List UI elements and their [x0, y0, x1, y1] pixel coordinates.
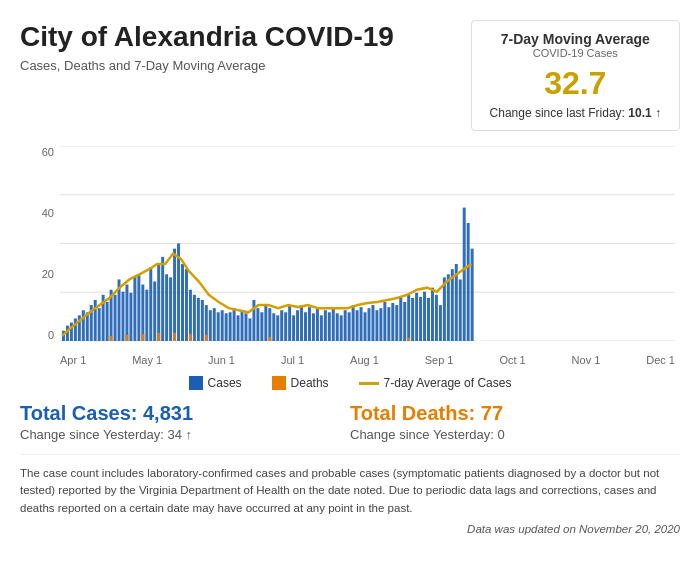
svg-rect-78	[352, 305, 355, 341]
svg-rect-18	[114, 295, 117, 341]
svg-rect-23	[133, 276, 136, 341]
svg-rect-116	[268, 337, 271, 341]
svg-rect-24	[137, 274, 140, 341]
svg-rect-45	[221, 310, 224, 341]
svg-rect-40	[201, 300, 204, 341]
x-axis: Apr 1 May 1 Jun 1 Jul 1 Aug 1 Sep 1 Oct …	[60, 354, 675, 366]
svg-rect-44	[217, 312, 220, 341]
avg-value: 32.7	[490, 65, 661, 102]
total-cases: Total Cases: 4,831	[20, 402, 350, 425]
svg-rect-68	[312, 313, 315, 341]
svg-rect-16	[106, 302, 109, 341]
svg-rect-85	[379, 308, 382, 341]
chart-area	[60, 146, 675, 341]
svg-rect-56	[264, 305, 267, 341]
svg-rect-95	[419, 297, 422, 341]
page-subtitle: Cases, Deaths and 7-Day Moving Average	[20, 58, 394, 73]
svg-rect-55	[260, 312, 263, 341]
svg-rect-110	[125, 335, 128, 341]
svg-rect-100	[439, 305, 442, 341]
svg-rect-105	[459, 279, 462, 341]
page-title: City of Alexandria COVID-19	[20, 20, 394, 54]
svg-rect-29	[157, 264, 160, 341]
svg-rect-88	[391, 303, 394, 341]
svg-rect-61	[284, 312, 287, 341]
svg-rect-113	[173, 333, 176, 341]
svg-rect-91	[403, 302, 406, 341]
svg-rect-21	[125, 285, 128, 341]
cases-stat: Total Cases: 4,831 Change since Yesterda…	[20, 402, 350, 442]
svg-rect-59	[276, 315, 279, 341]
svg-rect-47	[229, 312, 232, 341]
svg-rect-33	[173, 249, 176, 341]
svg-rect-76	[344, 310, 347, 341]
chart-legend: Cases Deaths 7-day Average of Cases	[20, 376, 680, 390]
box-subtitle: COVID-19 Cases	[490, 47, 661, 59]
x-label-jun: Jun 1	[208, 354, 235, 366]
svg-rect-115	[205, 335, 208, 341]
svg-rect-109	[110, 336, 113, 341]
moving-avg-box: 7-Day Moving Average COVID-19 Cases 32.7…	[471, 20, 680, 131]
deaths-change: Change since Yesterday: 0	[350, 427, 680, 442]
svg-rect-90	[399, 298, 402, 341]
svg-rect-43	[213, 308, 216, 341]
svg-rect-114	[189, 334, 192, 341]
svg-rect-14	[98, 308, 101, 341]
svg-rect-111	[141, 334, 144, 341]
chart-svg	[60, 146, 675, 341]
x-label-dec: Dec 1	[646, 354, 675, 366]
chart-container: 60 40 20 0	[20, 141, 680, 371]
svg-rect-87	[387, 307, 390, 341]
avg-legend-line	[359, 382, 379, 385]
svg-rect-66	[304, 312, 307, 341]
svg-rect-67	[308, 307, 311, 341]
svg-rect-102	[447, 274, 450, 341]
cases-change: Change since Yesterday: 34 ↑	[20, 427, 350, 442]
svg-rect-84	[375, 310, 378, 341]
x-label-may: May 1	[132, 354, 162, 366]
deaths-legend-label: Deaths	[291, 376, 329, 390]
svg-rect-25	[141, 285, 144, 341]
svg-rect-74	[336, 313, 339, 341]
svg-rect-65	[300, 305, 303, 341]
svg-rect-71	[324, 310, 327, 341]
svg-rect-79	[356, 310, 359, 341]
svg-rect-42	[209, 310, 212, 341]
legend-cases: Cases	[189, 376, 242, 390]
update-line: Data was updated on November 20, 2020	[20, 523, 680, 535]
svg-rect-80	[360, 307, 363, 341]
svg-rect-82	[368, 308, 371, 341]
x-label-sep: Sep 1	[425, 354, 454, 366]
svg-rect-31	[165, 274, 168, 341]
svg-rect-38	[193, 295, 196, 341]
svg-rect-106	[463, 208, 466, 341]
svg-rect-73	[332, 307, 335, 341]
svg-rect-52	[248, 318, 251, 341]
svg-rect-97	[427, 298, 430, 341]
svg-rect-36	[185, 269, 188, 341]
svg-rect-60	[280, 310, 283, 341]
avg-legend-label: 7-day Average of Cases	[384, 376, 512, 390]
y-label-20: 20	[42, 268, 54, 280]
cases-legend-box	[189, 376, 203, 390]
avg-change: Change since last Friday: 10.1 ↑	[490, 106, 661, 120]
svg-rect-30	[161, 257, 164, 341]
deaths-stat: Total Deaths: 77 Change since Yesterday:…	[350, 402, 680, 442]
cases-legend-label: Cases	[208, 376, 242, 390]
svg-rect-48	[233, 308, 236, 341]
svg-rect-117	[407, 338, 410, 341]
svg-rect-99	[435, 295, 438, 341]
svg-rect-57	[268, 308, 271, 341]
x-label-nov: Nov 1	[572, 354, 601, 366]
y-label-60: 60	[42, 146, 54, 158]
svg-rect-39	[197, 298, 200, 341]
svg-rect-86	[383, 302, 386, 341]
footnote: The case count includes laboratory-confi…	[20, 454, 680, 517]
svg-rect-10	[82, 310, 85, 341]
deaths-legend-box	[272, 376, 286, 390]
svg-rect-69	[316, 308, 319, 341]
svg-rect-72	[328, 312, 331, 341]
svg-rect-83	[371, 305, 374, 341]
box-title: 7-Day Moving Average	[490, 31, 661, 47]
svg-rect-64	[296, 310, 299, 341]
